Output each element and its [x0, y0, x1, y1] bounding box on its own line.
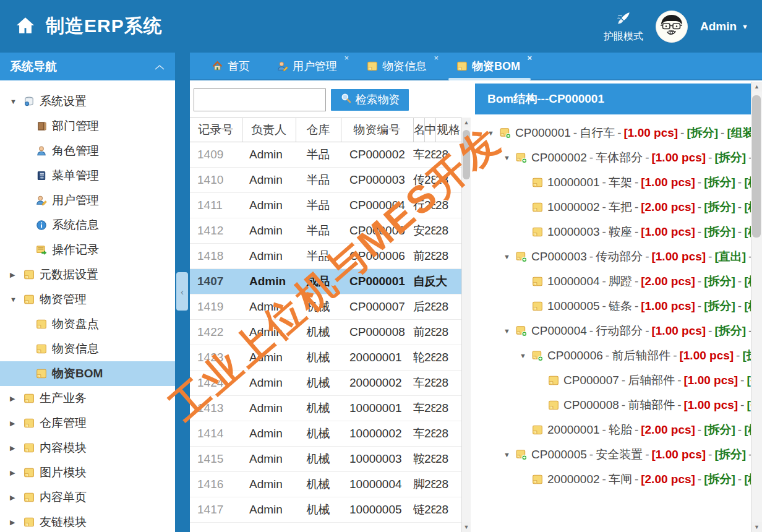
sidebar-item-菜单管理[interactable]: 菜单管理	[0, 163, 175, 188]
scrollbar-thumb[interactable]	[463, 130, 470, 179]
node-action-机加[interactable]: [机加]	[744, 273, 751, 290]
table-scrollbar[interactable]: ▲ ▼	[461, 118, 471, 532]
sidebar-item-物资盘点[interactable]: 物资盘点	[0, 312, 175, 337]
table-row[interactable]: 1418Admin半品CP000006前后轴部件2828	[190, 244, 461, 269]
chevron-right-icon[interactable]: ▶	[10, 494, 24, 502]
eye-mode-button[interactable]: 护眼模式	[604, 11, 643, 42]
chevron-right-icon[interactable]: ▶	[10, 444, 24, 452]
chevron-right-icon[interactable]: ▶	[10, 395, 24, 403]
sidebar-item-物资BOM[interactable]: 物资BOM	[0, 361, 175, 386]
chevron-right-icon[interactable]: ▶	[10, 469, 24, 477]
chevron-down-icon[interactable]: ▼	[503, 154, 516, 161]
tab-用户管理[interactable]: 用户管理×	[267, 53, 349, 79]
column-header-中[interactable]: 中	[424, 118, 435, 142]
bom-tree-node[interactable]: ▼CP000004-行动部分-[1.00 pcs]-[拆分]-[组装]	[475, 319, 751, 343]
node-action-拆分[interactable]: [拆分]	[704, 422, 735, 438]
bom-scrollbar[interactable]: ▲ ▼	[751, 82, 762, 532]
sidebar-item-物资管理[interactable]: ▼物资管理	[0, 287, 175, 312]
node-action-机加[interactable]: [机加]	[744, 471, 751, 487]
sidebar-item-图片模块[interactable]: ▶图片模块	[0, 460, 175, 485]
column-header-负责人[interactable]: 负责人	[242, 118, 296, 142]
node-action-拆分[interactable]: [拆分]	[687, 125, 718, 141]
chevron-up-icon[interactable]	[154, 60, 165, 74]
chevron-down-icon[interactable]: ▼	[503, 451, 516, 458]
column-header-物资编号[interactable]: 物资编号	[341, 118, 413, 142]
collapse-sidebar-handle[interactable]: ‹	[176, 272, 188, 311]
bom-tree-node[interactable]: ▼CP000002-车体部分-[1.00 pcs]-[拆分]-[组装]	[475, 145, 751, 170]
sidebar-header[interactable]: 系统导航	[0, 53, 175, 80]
sidebar-item-内容模块[interactable]: ▶内容模块	[0, 435, 175, 460]
node-action-拆分[interactable]: [拆分]	[704, 273, 735, 290]
table-row[interactable]: 1413Admin机械10000001车架2828	[190, 396, 461, 421]
sidebar-item-系统设置[interactable]: ▼系统设置	[0, 89, 175, 114]
search-input[interactable]	[194, 88, 326, 111]
bom-tree-node[interactable]: CP000008-前轴部件-[1.00 pcs]-[拆分]-[机加]	[475, 393, 751, 418]
bom-tree-node[interactable]: ▼CP000005-安全装置-[1.00 pcs]-[拆分]-[组装]	[475, 442, 751, 467]
node-action-机加[interactable]: [机加]	[744, 199, 751, 215]
node-action-拆分[interactable]: [拆分]	[742, 348, 751, 364]
chevron-down-icon[interactable]: ▼	[503, 327, 516, 335]
table-row[interactable]: 1412Admin半品CP000005安全装置2828	[190, 218, 461, 244]
scroll-up-icon[interactable]: ▲	[751, 82, 762, 92]
table-row[interactable]: 1411Admin半品CP000004行动部分2828	[190, 193, 461, 218]
sidebar-item-友链模块[interactable]: ▶友链模块	[0, 510, 175, 532]
node-action-组装[interactable]: [组装]	[727, 125, 751, 141]
table-row[interactable]: 1410Admin半品CP000003传动部分2828	[190, 168, 461, 193]
close-tab-icon[interactable]: ×	[527, 54, 532, 62]
node-action-拆分[interactable]: [拆分]	[704, 174, 735, 191]
chevron-down-icon[interactable]: ▼	[10, 98, 24, 105]
table-row[interactable]: 1422Admin机械CP000008前轴部件2828	[190, 320, 461, 345]
node-action-拆分[interactable]: [拆分]	[704, 471, 735, 487]
node-action-直出[interactable]: [直出]	[714, 249, 746, 265]
sidebar-item-仓库管理[interactable]: ▶仓库管理	[0, 411, 175, 435]
node-action-拆分[interactable]: [拆分]	[714, 323, 746, 339]
bom-tree-node[interactable]: ▼CP000001-自行车-[1.00 pcs]-[拆分]-[组装]	[475, 121, 751, 145]
sidebar-item-部门管理[interactable]: 部门管理	[0, 114, 175, 139]
sidebar-item-操作记录[interactable]: 操作记录	[0, 238, 175, 262]
tab-首页[interactable]: 首页	[202, 53, 260, 79]
scroll-up-icon[interactable]: ▲	[462, 118, 471, 127]
chevron-down-icon[interactable]: ▼	[520, 352, 532, 359]
close-tab-icon[interactable]: ×	[434, 54, 439, 62]
node-action-机加[interactable]: [机加]	[744, 422, 751, 438]
sidebar-item-元数据设置[interactable]: ▶元数据设置	[0, 262, 175, 287]
sidebar-item-物资信息[interactable]: 物资信息	[0, 337, 175, 361]
scrollbar-thumb[interactable]	[752, 95, 761, 238]
tab-物资BOM[interactable]: 物资BOM×	[447, 53, 533, 79]
column-header-规格[interactable]: 规格	[435, 118, 461, 142]
bom-tree-node[interactable]: 10000003-鞍座-[1.00 pcs]-[拆分]-[机加]	[475, 220, 751, 244]
column-header-仓库[interactable]: 仓库	[296, 118, 341, 142]
avatar[interactable]	[656, 11, 688, 43]
column-header-名称[interactable]: 名称	[413, 118, 424, 142]
scroll-down-icon[interactable]: ▼	[462, 522, 471, 532]
node-action-拆分[interactable]: [拆分]	[704, 224, 735, 240]
bom-tree-node[interactable]: 10000002-车把-[2.00 pcs]-[拆分]-[机加]	[475, 195, 751, 220]
node-action-机加[interactable]: [机加]	[744, 174, 751, 191]
chevron-right-icon[interactable]: ▶	[10, 271, 24, 279]
table-row[interactable]: 1409Admin半品CP000002车体部分2828	[190, 142, 461, 168]
chevron-down-icon[interactable]: ▼	[10, 296, 24, 303]
table-row[interactable]: 1417Admin机械10000005链条2828	[190, 497, 461, 523]
chevron-right-icon[interactable]: ▶	[10, 518, 24, 526]
node-action-拆分[interactable]: [拆分]	[714, 447, 746, 463]
table-row[interactable]: 1414Admin机械10000002车把2828	[190, 421, 461, 447]
table-row[interactable]: 1416Admin机械10000004脚蹬2828	[190, 472, 461, 497]
node-action-机加[interactable]: [机加]	[744, 224, 751, 240]
node-action-拆分[interactable]: [拆分]	[714, 150, 746, 166]
table-row[interactable]: 1423Admin机械20000001轮胎2828	[190, 345, 461, 371]
close-tab-icon[interactable]: ×	[344, 54, 349, 62]
table-row[interactable]: 1424Admin机械20000002车闸2828	[190, 371, 461, 396]
tab-物资信息[interactable]: 物资信息×	[357, 53, 439, 79]
sidebar-item-角色管理[interactable]: 角色管理	[0, 139, 175, 163]
column-header-记录号[interactable]: 记录号	[190, 118, 242, 142]
node-action-机加[interactable]: [机加]	[744, 298, 751, 314]
sidebar-item-内容单页[interactable]: ▶内容单页	[0, 485, 175, 510]
table-row[interactable]: 1415Admin机械10000003鞍座2828	[190, 447, 461, 472]
table-row[interactable]: 1407Admin成品CP000001自行车反大	[190, 269, 461, 294]
node-action-拆分[interactable]: [拆分]	[704, 298, 735, 314]
bom-tree-node[interactable]: ▼CP000006-前后轴部件-[1.00 pcs]-[拆分]-[组装]	[475, 343, 751, 368]
search-materials-button[interactable]: 检索物资	[331, 89, 409, 111]
user-menu[interactable]: Admin ▼	[700, 20, 748, 33]
bom-tree-node[interactable]: 10000001-车架-[1.00 pcs]-[拆分]-[机加]	[475, 170, 751, 195]
chevron-down-icon[interactable]: ▼	[487, 129, 500, 137]
